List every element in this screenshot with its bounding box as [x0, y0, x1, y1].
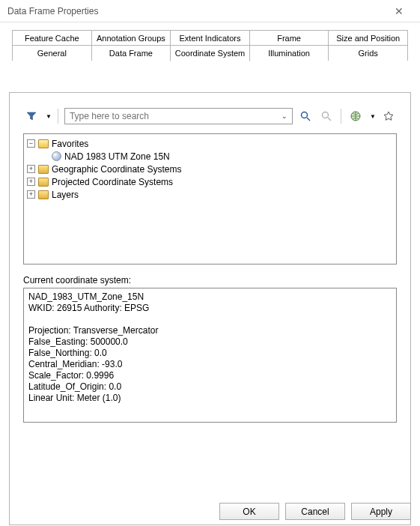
expand-icon[interactable]: + [27, 190, 35, 199]
tree-node-layers[interactable]: + Layers [27, 188, 393, 201]
tab-grids[interactable]: Grids [328, 45, 408, 61]
filter-icon[interactable] [23, 108, 40, 124]
folder-open-icon [38, 139, 49, 148]
cancel-button[interactable]: Cancel [285, 503, 345, 520]
tree-node-pcs[interactable]: + Projected Coordinate Systems [27, 175, 393, 188]
close-icon[interactable]: ✕ [384, 5, 414, 17]
tab-coordinate-system[interactable]: Coordinate System [170, 45, 250, 61]
expand-icon[interactable]: + [27, 165, 35, 173]
search-input[interactable] [68, 110, 280, 122]
tree-label: Favorites [52, 139, 88, 149]
tab-size-position[interactable]: Size and Position [328, 30, 408, 46]
separator [341, 109, 341, 124]
tab-panel: ▼ ⌄ ▼ − Favo [9, 92, 411, 525]
svg-line-3 [328, 118, 331, 121]
svg-point-0 [302, 112, 308, 118]
add-favorite-icon[interactable] [380, 108, 397, 124]
folder-icon [38, 190, 49, 199]
tab-frame[interactable]: Frame [249, 30, 329, 46]
collapse-icon[interactable]: − [27, 139, 35, 148]
svg-point-2 [323, 112, 329, 118]
apply-button[interactable]: Apply [351, 503, 411, 520]
tab-annotation-groups[interactable]: Annotation Groups [91, 30, 171, 46]
tree-label: NAD 1983 UTM Zone 15N [64, 151, 170, 162]
import-cs-icon[interactable] [318, 108, 335, 124]
tab-feature-cache[interactable]: Feature Cache [12, 30, 92, 46]
dialog-footer: OK Cancel Apply [219, 503, 411, 520]
toolbar: ▼ ⌄ ▼ [23, 108, 397, 124]
tree-label: Projected Coordinate Systems [52, 177, 173, 187]
tab-illumination[interactable]: Illumination [249, 45, 329, 61]
new-cs-icon[interactable] [347, 108, 364, 124]
dialog-body: Feature Cache Annotation Groups Extent I… [0, 22, 420, 525]
globe-icon [52, 151, 61, 161]
new-cs-dropdown-icon[interactable]: ▼ [370, 113, 376, 120]
search-dropdown-icon[interactable]: ⌄ [280, 112, 289, 120]
current-cs-label: Current coordinate system: [23, 275, 397, 285]
tree-item-favorite-cs[interactable]: NAD 1983 UTM Zone 15N [27, 150, 393, 163]
folder-icon [38, 165, 49, 174]
tab-general[interactable]: General [12, 45, 92, 61]
tab-data-frame[interactable]: Data Frame [91, 45, 171, 61]
window-title: Data Frame Properties [7, 6, 384, 16]
tree-label: Geographic Coordinate Systems [52, 164, 181, 175]
filter-dropdown-icon[interactable]: ▼ [46, 113, 52, 120]
separator [58, 109, 58, 124]
titlebar: Data Frame Properties ✕ [0, 0, 420, 22]
current-cs-details[interactable]: NAD_1983_UTM_Zone_15N WKID: 26915 Author… [23, 288, 397, 423]
ok-button[interactable]: OK [219, 503, 279, 520]
tree-node-favorites[interactable]: − Favorites [27, 137, 393, 150]
svg-line-1 [307, 118, 310, 121]
expand-icon[interactable]: + [27, 178, 35, 186]
tab-extent-indicators[interactable]: Extent Indicators [170, 30, 250, 46]
search-box[interactable]: ⌄ [64, 108, 293, 124]
search-icon[interactable] [297, 108, 314, 124]
tree-label: Layers [52, 190, 79, 200]
tab-strip: Feature Cache Annotation Groups Extent I… [9, 30, 411, 61]
folder-icon [38, 178, 49, 187]
cs-tree[interactable]: − Favorites NAD 1983 UTM Zone 15N + Geog… [23, 133, 397, 264]
tree-node-gcs[interactable]: + Geographic Coordinate Systems [27, 163, 393, 175]
